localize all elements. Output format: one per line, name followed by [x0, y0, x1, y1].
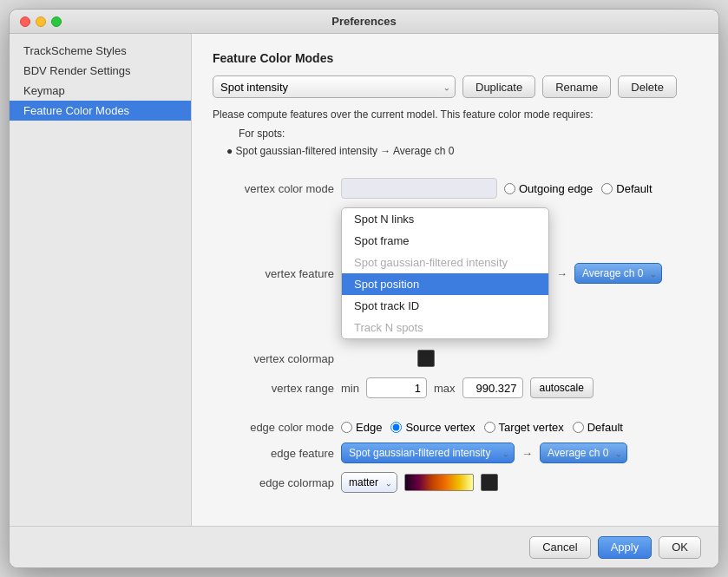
vertex-color-mode-dropdown-placeholder[interactable] — [341, 178, 497, 199]
sidebar-item-trackscheme-styles[interactable]: TrackScheme Styles — [10, 41, 191, 61]
vertex-color-swatch[interactable] — [417, 350, 435, 367]
vertex-color-mode-row: vertex color mode Outgoing edge Default — [213, 178, 698, 199]
delete-button[interactable]: Delete — [618, 75, 677, 98]
source-vertex-label: Source vertex — [405, 421, 475, 434]
duplicate-button[interactable]: Duplicate — [462, 75, 535, 98]
footer: Cancel Apply OK — [10, 526, 718, 567]
edge-color-mode-label: edge color mode — [213, 421, 334, 434]
outgoing-edge-radio[interactable] — [504, 183, 515, 194]
edge-arrow-icon: → — [521, 447, 533, 460]
bullet-content: Spot gaussian-filtered intensity → Avera… — [236, 145, 455, 157]
edge-feature-dropdown[interactable]: Spot gaussian-filtered intensity — [341, 443, 515, 463]
edge-color-swatch[interactable] — [481, 474, 498, 491]
cancel-button[interactable]: Cancel — [529, 536, 590, 559]
window-title: Preferences — [331, 15, 396, 28]
edge-colormap-row: edge colormap matter — [213, 472, 698, 493]
colormap-dropdown-wrapper[interactable]: matter — [341, 472, 397, 493]
min-label: min — [341, 382, 359, 395]
vertex-range-row: vertex range min 1 max 990.327 autoscale — [213, 377, 698, 398]
max-label: max — [434, 382, 456, 395]
traffic-lights — [20, 16, 62, 27]
vertex-feature-dropdown-popup[interactable]: Spot N links Spot frame Spot gaussian-fi… — [341, 207, 549, 339]
sidebar: TrackScheme Styles BDV Render Settings K… — [10, 34, 192, 526]
edge-default-radio[interactable] — [573, 422, 584, 433]
vertex-feature-dropdown-container: Spot N links Spot frame Spot gaussian-fi… — [341, 207, 549, 339]
section-title: Feature Color Modes — [213, 51, 698, 65]
edge-default-radio-label[interactable]: Default — [573, 421, 623, 434]
bullet-dot: ● — [226, 145, 236, 157]
default-radio[interactable] — [601, 183, 613, 194]
colormap-preview — [404, 474, 474, 491]
minimize-button[interactable] — [36, 16, 46, 27]
vertex-colormap-row: vertex colormap — [213, 348, 698, 369]
dropdown-item-spot-gaussian: Spot gaussian-filtered intensity — [342, 252, 548, 273]
vertex-color-mode-label: vertex color mode — [213, 182, 334, 195]
apply-button[interactable]: Apply — [598, 536, 653, 559]
titlebar: Preferences — [10, 10, 718, 34]
feature-selector-row: Spot intensity Duplicate Rename Delete — [213, 75, 698, 98]
for-spots-label: For spots: — [239, 128, 698, 140]
dropdown-item-spot-n-links[interactable]: Spot N links — [342, 208, 548, 230]
vertex-colormap-label: vertex colormap — [213, 352, 334, 365]
close-button[interactable] — [20, 16, 30, 27]
dropdown-item-spot-track-id[interactable]: Spot track ID — [342, 295, 548, 317]
feature-dropdown-wrapper[interactable]: Spot intensity — [213, 75, 456, 98]
edge-radio[interactable] — [341, 422, 352, 433]
ok-button[interactable]: OK — [659, 536, 701, 559]
edge-feature-label: edge feature — [213, 447, 334, 460]
vertex-feature-row: vertex feature Spot N links Spot frame S… — [213, 207, 698, 339]
dropdown-item-track-n-spots: Track N spots — [342, 317, 548, 338]
preferences-window: Preferences TrackScheme Styles BDV Rende… — [9, 9, 719, 568]
default-label: Default — [616, 182, 652, 195]
edge-feature-row: edge feature Spot gaussian-filtered inte… — [213, 443, 698, 463]
autoscale-button[interactable]: autoscale — [530, 377, 594, 398]
outgoing-edge-radio-label[interactable]: Outgoing edge — [504, 182, 593, 195]
arrow-icon: → — [556, 267, 567, 280]
dropdown-item-spot-frame[interactable]: Spot frame — [342, 230, 548, 252]
content-area: TrackScheme Styles BDV Render Settings K… — [10, 34, 718, 526]
edge-average-ch-dropdown[interactable]: Average ch 0 — [540, 443, 627, 463]
edge-color-mode-radio-group: Edge Source vertex Target vertex Default — [341, 421, 623, 434]
target-vertex-label: Target vertex — [499, 421, 564, 434]
rename-button[interactable]: Rename — [542, 75, 611, 98]
target-vertex-radio-label[interactable]: Target vertex — [484, 421, 564, 434]
vertex-feature-label: vertex feature — [213, 267, 334, 280]
vertex-color-mode-radio-group: Outgoing edge Default — [504, 182, 653, 195]
edge-radio-label[interactable]: Edge — [341, 421, 382, 434]
target-vertex-radio[interactable] — [484, 422, 495, 433]
range-max-input[interactable]: 990.327 — [462, 377, 523, 398]
average-ch-dropdown[interactable]: Average ch 0 — [574, 263, 662, 284]
vertex-range-label: vertex range — [213, 382, 334, 395]
outgoing-edge-label: Outgoing edge — [519, 182, 593, 195]
average-ch-dropdown-wrapper[interactable]: Average ch 0 — [574, 263, 662, 284]
main-content: Feature Color Modes Spot intensity Dupli… — [192, 34, 718, 526]
edge-default-label: Default — [587, 421, 623, 434]
edge-average-ch-wrapper[interactable]: Average ch 0 — [540, 443, 627, 463]
maximize-button[interactable] — [51, 16, 62, 27]
colormap-dropdown[interactable]: matter — [341, 472, 397, 493]
source-vertex-radio-label[interactable]: Source vertex — [390, 421, 475, 434]
bullet-text: ● Spot gaussian-filtered intensity → Ave… — [226, 145, 698, 157]
sidebar-item-bdv-render-settings[interactable]: BDV Render Settings — [10, 61, 191, 81]
source-vertex-radio[interactable] — [390, 422, 402, 433]
sidebar-item-keymap[interactable]: Keymap — [10, 81, 191, 101]
dropdown-item-spot-position[interactable]: Spot position — [342, 273, 548, 295]
edge-feature-dropdown-wrapper[interactable]: Spot gaussian-filtered intensity — [341, 443, 515, 463]
range-min-input[interactable]: 1 — [366, 377, 427, 398]
edge-label: Edge — [356, 421, 382, 434]
feature-dropdown[interactable]: Spot intensity — [213, 75, 456, 98]
info-text: Please compute features over the current… — [213, 108, 698, 121]
default-radio-label[interactable]: Default — [601, 182, 652, 195]
edge-color-mode-row: edge color mode Edge Source vertex Targe… — [213, 421, 698, 434]
sidebar-item-feature-color-modes[interactable]: Feature Color Modes — [10, 101, 191, 121]
edge-colormap-label: edge colormap — [213, 476, 334, 489]
